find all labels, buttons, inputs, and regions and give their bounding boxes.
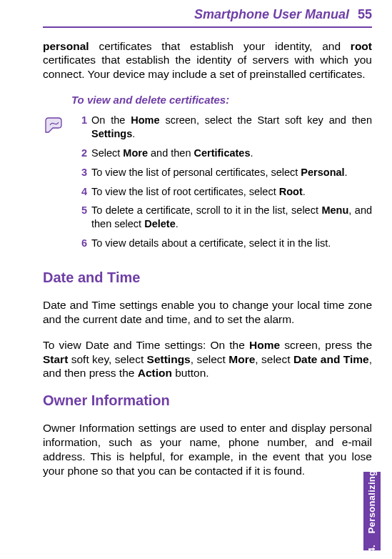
certificates-steps-block: On the Home screen, select the Start sof… xyxy=(43,114,372,256)
chapter-number: 4. xyxy=(367,544,378,552)
step-text: Select xyxy=(91,147,123,159)
dt-text: , select xyxy=(191,353,229,365)
intro-text-2: certificates that establish the identity… xyxy=(43,54,372,80)
dt-text: screen, press the xyxy=(280,339,372,351)
step-bold: Root xyxy=(279,186,303,197)
intro-root: root xyxy=(351,40,372,52)
step-text: . xyxy=(345,167,348,178)
step-6: To view details about a certificate, sel… xyxy=(76,237,372,250)
dt-bold: Action xyxy=(138,367,172,379)
dt-bold: Date and Time xyxy=(293,353,369,365)
owner-info-title: Owner Information xyxy=(43,392,372,410)
step-bold: Settings xyxy=(91,128,132,139)
note-icon xyxy=(43,114,69,256)
page-content: personal certificates that establish you… xyxy=(0,39,392,478)
dt-bold: More xyxy=(228,353,255,365)
step-text: To view the list of root certificates, s… xyxy=(91,186,279,197)
step-5: To delete a certificate, scroll to it in… xyxy=(76,204,372,231)
step-3: To view the list of personal certificate… xyxy=(76,166,372,179)
step-text: On the xyxy=(91,114,131,126)
step-text: screen, select the Start soft key and th… xyxy=(160,114,372,126)
step-text: To view the list of personal certificate… xyxy=(91,167,301,178)
dt-bold: Home xyxy=(249,339,280,351)
date-time-para-2: To view Date and Time settings: On the H… xyxy=(43,338,372,380)
step-4: To view the list of root certificates, s… xyxy=(76,185,372,199)
owner-info-para: Owner Information settings are used to e… xyxy=(43,421,372,478)
step-text: . xyxy=(176,218,179,229)
intro-text-1: certificates that establish your identit… xyxy=(89,40,351,52)
dt-text: To view Date and Time settings: On the xyxy=(43,339,249,351)
step-bold: Personal xyxy=(301,167,344,178)
step-text: To delete a certificate, scroll to it in… xyxy=(91,204,321,216)
certificates-steps-list: On the Home screen, select the Start sof… xyxy=(76,114,372,256)
step-text: . xyxy=(132,128,135,139)
header-rule xyxy=(43,26,372,28)
step-text: . xyxy=(250,147,253,159)
chapter-label: Personalizing xyxy=(367,470,378,533)
page: Smartphone User Manual 55 personal certi… xyxy=(0,0,392,559)
dt-bold: Start xyxy=(43,353,68,365)
manual-title: Smartphone User Manual xyxy=(194,7,349,22)
intro-personal: personal xyxy=(43,40,89,52)
page-header: Smartphone User Manual 55 xyxy=(0,0,392,25)
step-text: . xyxy=(303,186,306,197)
step-bold: Certificates xyxy=(194,147,251,159)
step-1: On the Home screen, select the Start sof… xyxy=(76,114,372,141)
step-2: Select More and then Certificates. xyxy=(76,147,372,160)
step-bold: Home xyxy=(131,114,159,126)
step-bold: Delete xyxy=(144,218,176,229)
dt-text: soft key, select xyxy=(68,353,146,365)
date-time-para-1: Date and Time settings enable you to cha… xyxy=(43,298,372,327)
step-bold: More xyxy=(123,147,148,159)
page-number: 55 xyxy=(358,7,372,22)
chapter-side-tab: 4. Personalizing xyxy=(363,472,381,550)
intro-paragraph: personal certificates that establish you… xyxy=(43,39,372,81)
dt-text: button. xyxy=(172,367,209,379)
step-text: To view details about a certificate, sel… xyxy=(91,237,331,249)
dt-bold: Settings xyxy=(147,353,191,365)
dt-text: , select xyxy=(255,353,293,365)
step-bold: Menu xyxy=(321,204,348,216)
date-time-title: Date and Time xyxy=(43,269,372,287)
step-text: and then xyxy=(148,147,194,159)
certificates-heading: To view and delete certificates: xyxy=(71,93,372,107)
chapter-side-label: 4. Personalizing xyxy=(367,470,378,553)
